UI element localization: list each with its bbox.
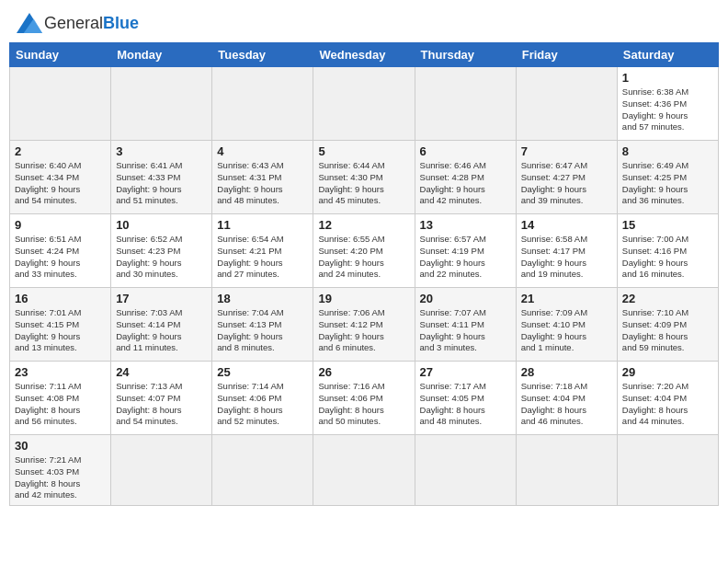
calendar-cell: 26Sunrise: 7:16 AM Sunset: 4:06 PM Dayli… <box>313 362 415 435</box>
day-number: 13 <box>420 218 511 232</box>
calendar-cell: 8Sunrise: 6:49 AM Sunset: 4:25 PM Daylig… <box>617 141 718 214</box>
day-number: 29 <box>622 365 713 379</box>
calendar-cell: 28Sunrise: 7:18 AM Sunset: 4:04 PM Dayli… <box>516 362 617 435</box>
day-info: Sunrise: 6:52 AM Sunset: 4:23 PM Dayligh… <box>116 234 207 281</box>
calendar-cell <box>313 67 415 141</box>
calendar-cell: 11Sunrise: 6:54 AM Sunset: 4:21 PM Dayli… <box>212 214 313 288</box>
calendar-cell: 15Sunrise: 7:00 AM Sunset: 4:16 PM Dayli… <box>617 214 718 288</box>
day-number: 1 <box>622 71 713 85</box>
day-number: 26 <box>318 365 409 379</box>
day-number: 12 <box>318 218 409 232</box>
week-row-4: 16Sunrise: 7:01 AM Sunset: 4:15 PM Dayli… <box>10 288 719 362</box>
day-number: 23 <box>15 365 106 379</box>
day-info: Sunrise: 6:44 AM Sunset: 4:30 PM Dayligh… <box>318 160 409 207</box>
calendar-cell: 21Sunrise: 7:09 AM Sunset: 4:10 PM Dayli… <box>516 288 617 362</box>
calendar-cell: 7Sunrise: 6:47 AM Sunset: 4:27 PM Daylig… <box>516 141 617 214</box>
calendar-cell: 30Sunrise: 7:21 AM Sunset: 4:03 PM Dayli… <box>10 435 111 506</box>
calendar-cell <box>212 67 313 141</box>
day-info: Sunrise: 6:51 AM Sunset: 4:24 PM Dayligh… <box>15 234 106 281</box>
calendar-cell: 10Sunrise: 6:52 AM Sunset: 4:23 PM Dayli… <box>111 214 212 288</box>
week-row-6: 30Sunrise: 7:21 AM Sunset: 4:03 PM Dayli… <box>10 435 719 506</box>
day-info: Sunrise: 6:43 AM Sunset: 4:31 PM Dayligh… <box>217 160 308 207</box>
day-info: Sunrise: 6:38 AM Sunset: 4:36 PM Dayligh… <box>622 86 713 133</box>
weekday-header-saturday: Saturday <box>617 43 718 67</box>
calendar-cell: 13Sunrise: 6:57 AM Sunset: 4:19 PM Dayli… <box>415 214 516 288</box>
calendar-cell <box>10 67 111 141</box>
calendar-cell: 18Sunrise: 7:04 AM Sunset: 4:13 PM Dayli… <box>212 288 313 362</box>
calendar-cell <box>313 435 415 506</box>
week-row-1: 1Sunrise: 6:38 AM Sunset: 4:36 PM Daylig… <box>10 67 719 141</box>
calendar-cell <box>516 435 617 506</box>
day-number: 27 <box>420 365 511 379</box>
weekday-header-monday: Monday <box>111 43 212 67</box>
day-info: Sunrise: 6:41 AM Sunset: 4:33 PM Dayligh… <box>116 160 207 207</box>
weekday-header-tuesday: Tuesday <box>212 43 313 67</box>
day-info: Sunrise: 7:18 AM Sunset: 4:04 PM Dayligh… <box>521 381 612 428</box>
day-number: 18 <box>217 292 308 305</box>
day-info: Sunrise: 6:47 AM Sunset: 4:27 PM Dayligh… <box>521 160 612 207</box>
calendar-cell <box>212 435 313 506</box>
calendar-cell: 2Sunrise: 6:40 AM Sunset: 4:34 PM Daylig… <box>10 141 111 214</box>
day-info: Sunrise: 6:58 AM Sunset: 4:17 PM Dayligh… <box>521 234 612 281</box>
day-number: 16 <box>15 292 106 305</box>
day-number: 7 <box>521 144 612 158</box>
calendar-cell: 20Sunrise: 7:07 AM Sunset: 4:11 PM Dayli… <box>415 288 516 362</box>
day-info: Sunrise: 7:16 AM Sunset: 4:06 PM Dayligh… <box>318 381 409 428</box>
day-info: Sunrise: 7:03 AM Sunset: 4:14 PM Dayligh… <box>116 307 207 354</box>
calendar-cell <box>415 67 516 141</box>
day-info: Sunrise: 7:07 AM Sunset: 4:11 PM Dayligh… <box>420 307 511 354</box>
calendar-cell: 14Sunrise: 6:58 AM Sunset: 4:17 PM Dayli… <box>516 214 617 288</box>
day-info: Sunrise: 6:40 AM Sunset: 4:34 PM Dayligh… <box>15 160 106 207</box>
day-number: 17 <box>116 292 207 305</box>
calendar-table: SundayMondayTuesdayWednesdayThursdayFrid… <box>9 42 719 506</box>
logo: GeneralBlue <box>17 13 139 33</box>
logo-icon <box>17 13 42 33</box>
day-number: 24 <box>116 365 207 379</box>
calendar-cell: 1Sunrise: 6:38 AM Sunset: 4:36 PM Daylig… <box>617 67 718 141</box>
day-number: 6 <box>420 144 511 158</box>
calendar-cell <box>516 67 617 141</box>
weekday-header-thursday: Thursday <box>415 43 516 67</box>
day-info: Sunrise: 7:06 AM Sunset: 4:12 PM Dayligh… <box>318 307 409 354</box>
weekday-header-wednesday: Wednesday <box>313 43 415 67</box>
day-number: 2 <box>15 144 106 158</box>
calendar-cell: 3Sunrise: 6:41 AM Sunset: 4:33 PM Daylig… <box>111 141 212 214</box>
day-number: 28 <box>521 365 612 379</box>
logo-text: GeneralBlue <box>44 14 139 33</box>
day-info: Sunrise: 6:57 AM Sunset: 4:19 PM Dayligh… <box>420 234 511 281</box>
calendar-cell: 17Sunrise: 7:03 AM Sunset: 4:14 PM Dayli… <box>111 288 212 362</box>
calendar-cell: 29Sunrise: 7:20 AM Sunset: 4:04 PM Dayli… <box>617 362 718 435</box>
day-number: 30 <box>15 439 106 453</box>
day-info: Sunrise: 7:10 AM Sunset: 4:09 PM Dayligh… <box>622 307 713 354</box>
week-row-3: 9Sunrise: 6:51 AM Sunset: 4:24 PM Daylig… <box>10 214 719 288</box>
weekday-header-friday: Friday <box>516 43 617 67</box>
day-number: 11 <box>217 218 308 232</box>
calendar-cell: 5Sunrise: 6:44 AM Sunset: 4:30 PM Daylig… <box>313 141 415 214</box>
day-number: 21 <box>521 292 612 305</box>
day-info: Sunrise: 7:04 AM Sunset: 4:13 PM Dayligh… <box>217 307 308 354</box>
calendar-cell: 24Sunrise: 7:13 AM Sunset: 4:07 PM Dayli… <box>111 362 212 435</box>
day-number: 14 <box>521 218 612 232</box>
weekday-header-row: SundayMondayTuesdayWednesdayThursdayFrid… <box>10 43 719 67</box>
calendar-cell <box>415 435 516 506</box>
week-row-5: 23Sunrise: 7:11 AM Sunset: 4:08 PM Dayli… <box>10 362 719 435</box>
day-number: 8 <box>622 144 713 158</box>
day-number: 5 <box>318 144 409 158</box>
calendar-cell: 23Sunrise: 7:11 AM Sunset: 4:08 PM Dayli… <box>10 362 111 435</box>
day-info: Sunrise: 7:13 AM Sunset: 4:07 PM Dayligh… <box>116 381 207 428</box>
day-info: Sunrise: 7:09 AM Sunset: 4:10 PM Dayligh… <box>521 307 612 354</box>
day-info: Sunrise: 7:11 AM Sunset: 4:08 PM Dayligh… <box>15 381 106 428</box>
day-info: Sunrise: 6:49 AM Sunset: 4:25 PM Dayligh… <box>622 160 713 207</box>
day-number: 10 <box>116 218 207 232</box>
calendar-cell: 9Sunrise: 6:51 AM Sunset: 4:24 PM Daylig… <box>10 214 111 288</box>
day-number: 20 <box>420 292 511 305</box>
day-info: Sunrise: 7:01 AM Sunset: 4:15 PM Dayligh… <box>15 307 106 354</box>
calendar-cell: 19Sunrise: 7:06 AM Sunset: 4:12 PM Dayli… <box>313 288 415 362</box>
day-number: 19 <box>318 292 409 305</box>
weekday-header-sunday: Sunday <box>10 43 111 67</box>
day-number: 15 <box>622 218 713 232</box>
day-info: Sunrise: 7:14 AM Sunset: 4:06 PM Dayligh… <box>217 381 308 428</box>
calendar-cell <box>617 435 718 506</box>
page-header: GeneralBlue <box>9 9 719 37</box>
day-info: Sunrise: 7:20 AM Sunset: 4:04 PM Dayligh… <box>622 381 713 428</box>
